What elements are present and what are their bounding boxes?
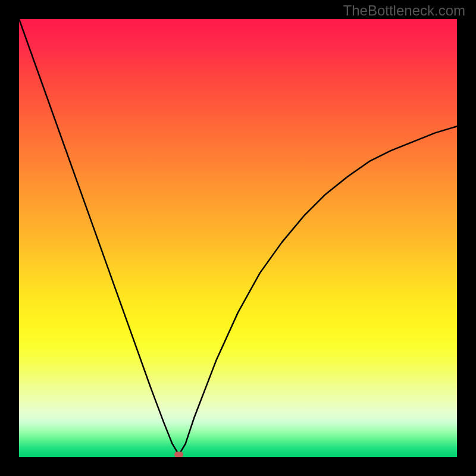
bottleneck-curve bbox=[19, 19, 457, 457]
optimal-point-marker bbox=[174, 452, 183, 457]
watermark-text: TheBottleneck.com bbox=[343, 2, 465, 19]
chart-plot-area bbox=[19, 19, 457, 457]
